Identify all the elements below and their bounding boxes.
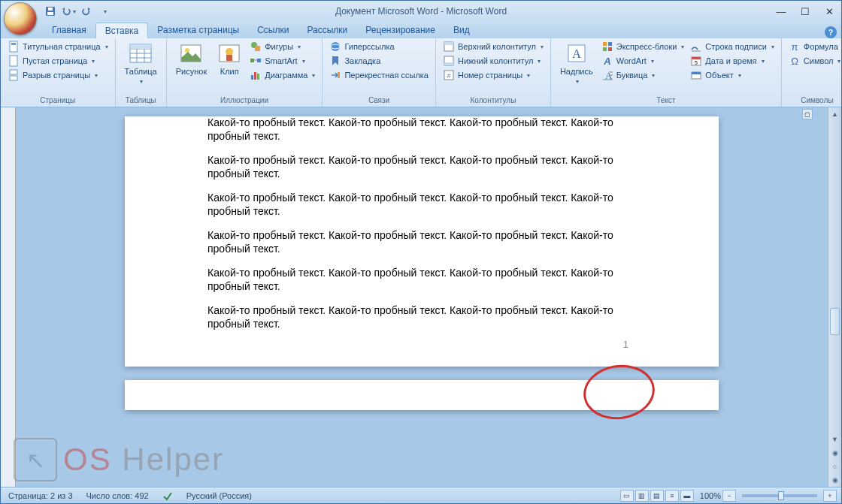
- next-page-icon[interactable]: ◉: [828, 473, 841, 487]
- group-illustrations: Рисунок Клип Фигуры▾SmartArt▾Диаграмма▾ …: [167, 38, 323, 107]
- tab-1[interactable]: Вставка: [95, 23, 149, 38]
- help-button[interactable]: ?: [825, 26, 837, 38]
- svg-point-16: [185, 48, 189, 53]
- ribbon-номер-страницы[interactable]: #Номер страницы▾: [441, 68, 546, 82]
- minimize-button[interactable]: —: [769, 4, 793, 19]
- svg-rect-5: [10, 56, 17, 66]
- ribbon-нижний-колонтитул[interactable]: Нижний колонтитул▾: [441, 54, 546, 68]
- maximize-button[interactable]: ☐: [793, 4, 817, 19]
- svg-rect-39: [603, 42, 607, 46]
- ribbon-smartart[interactable]: SmartArt▾: [247, 54, 317, 68]
- titlebar: ▾ ▾ Документ Microsoft Word - Microsoft …: [1, 1, 841, 22]
- ribbon-фигуры[interactable]: Фигуры▾: [247, 40, 317, 53]
- ribbon-закладка[interactable]: Закладка: [327, 54, 431, 68]
- status-language[interactable]: Русский (Россия): [183, 491, 255, 500]
- ribbon-пустая-страница[interactable]: Пустая страница▾: [5, 54, 111, 68]
- экспресс-блоки-icon: [601, 41, 613, 53]
- paragraph[interactable]: Какой-то пробный текст. Какой-то пробный…: [207, 116, 636, 143]
- svg-rect-23: [257, 59, 261, 62]
- view-full-reading[interactable]: ▥: [635, 490, 649, 502]
- status-proofing-icon[interactable]: [159, 490, 176, 501]
- status-words[interactable]: Число слов: 492: [83, 491, 152, 500]
- tab-2[interactable]: Разметка страницы: [148, 23, 248, 38]
- paragraph[interactable]: Какой-то пробный текст. Какой-то пробный…: [207, 229, 636, 255]
- close-button[interactable]: ✕: [817, 4, 841, 19]
- ribbon-перекрестная-ссылка[interactable]: Перекрестная ссылка: [327, 68, 431, 82]
- ribbon-верхний-колонтитул[interactable]: Верхний колонтитул▾: [441, 40, 546, 53]
- scroll-thumb[interactable]: [830, 308, 840, 335]
- ribbon-титульная-страница[interactable]: Титульная страница▾: [5, 40, 111, 53]
- paragraph[interactable]: Какой-то пробный текст. Какой-то пробный…: [207, 304, 636, 330]
- view-web-layout[interactable]: ▤: [650, 490, 664, 502]
- zoom-slider-thumb[interactable]: [778, 491, 784, 500]
- svg-rect-25: [251, 75, 253, 80]
- формула-icon: π: [789, 41, 801, 53]
- scroll-track[interactable]: [828, 121, 841, 433]
- закладка-icon: [329, 55, 341, 67]
- view-outline[interactable]: ≡: [665, 490, 679, 502]
- wordart-icon: A: [601, 55, 613, 67]
- group-headerfooter: Верхний колонтитул▾Нижний колонтитул▾#Но…: [436, 38, 551, 107]
- clipart-button[interactable]: Клип: [213, 40, 246, 77]
- ribbon-дата-и-время[interactable]: 5Дата и время▾: [688, 54, 776, 68]
- office-button[interactable]: [4, 2, 37, 35]
- document-page[interactable]: Какой-то пробный текст. Какой-то пробный…: [125, 116, 719, 367]
- ribbon-разрыв-страницы[interactable]: Разрыв страницы▾: [5, 68, 111, 82]
- view-draft[interactable]: ▬: [680, 490, 694, 502]
- ribbon-буквица[interactable]: AБуквица▾: [599, 68, 687, 82]
- ribbon-диаграмма[interactable]: Диаграмма▾: [247, 68, 317, 82]
- paragraph[interactable]: Какой-то пробный текст. Какой-то пробный…: [207, 154, 636, 180]
- ruler-toggle[interactable]: ▢: [802, 109, 813, 119]
- ribbon-экспресс-блоки[interactable]: Экспресс-блоки▾: [599, 40, 687, 53]
- svg-text:π: π: [791, 41, 798, 53]
- view-print-layout[interactable]: ▭: [620, 490, 634, 502]
- paragraph[interactable]: Какой-то пробный текст. Какой-то пробный…: [207, 192, 636, 218]
- tab-3[interactable]: Ссылки: [248, 23, 298, 38]
- scroll-up-icon[interactable]: ▲: [828, 107, 841, 121]
- browse-object-icon[interactable]: ○: [828, 460, 841, 473]
- redo-icon[interactable]: [79, 4, 94, 19]
- объект-icon: [690, 69, 702, 81]
- group-text: A Надпись▾ Экспресс-блоки▾AWordArt▾AБукв…: [551, 38, 782, 107]
- document-page-next[interactable]: [125, 380, 719, 410]
- scroll-down-icon[interactable]: ▼: [828, 433, 841, 446]
- ribbon-формула[interactable]: πФормула▾: [786, 40, 842, 53]
- svg-rect-41: [603, 47, 607, 51]
- textbox-button[interactable]: A Надпись▾: [556, 40, 598, 86]
- undo-icon[interactable]: ▾: [61, 4, 76, 19]
- верхний-колонтитул-icon: [443, 41, 455, 53]
- ribbon-гиперссылка[interactable]: Гиперссылка: [327, 40, 431, 53]
- ribbon-wordart[interactable]: AWordArt▾: [599, 54, 687, 68]
- номер-страницы-icon: #: [443, 69, 455, 81]
- page-viewport[interactable]: ▢ Какой-то пробный текст. Какой-то пробн…: [16, 107, 828, 487]
- ribbon-символ[interactable]: ΩСимвол▾: [786, 54, 842, 68]
- ribbon-строка-подписи[interactable]: Строка подписи▾: [688, 40, 776, 53]
- tab-6[interactable]: Вид: [444, 23, 479, 38]
- разрыв-страницы-icon: [8, 69, 20, 81]
- status-page[interactable]: Страница: 2 из 3: [5, 491, 76, 500]
- vertical-ruler: [1, 107, 16, 487]
- svg-rect-27: [257, 74, 259, 80]
- picture-button[interactable]: Рисунок: [171, 40, 212, 77]
- qat-customize-icon[interactable]: ▾: [97, 4, 112, 19]
- vertical-scrollbar[interactable]: ▲ ▼ ◉ ○ ◉: [828, 107, 841, 487]
- svg-rect-22: [250, 59, 254, 62]
- paragraph[interactable]: Какой-то пробный текст. Какой-то пробный…: [207, 267, 636, 293]
- дата-и-время-icon: 5: [690, 55, 702, 67]
- tab-0[interactable]: Главная: [43, 23, 95, 38]
- zoom-out-button[interactable]: −: [722, 490, 736, 502]
- диаграмма-icon: [250, 69, 262, 81]
- zoom-level[interactable]: 100%: [700, 491, 721, 500]
- zoom-slider[interactable]: [742, 494, 817, 497]
- table-button[interactable]: Таблица▾: [120, 40, 162, 86]
- tab-5[interactable]: Рецензирование: [356, 23, 444, 38]
- tab-4[interactable]: Рассылки: [298, 23, 356, 38]
- prev-page-icon[interactable]: ◉: [828, 446, 841, 460]
- svg-point-18: [226, 48, 233, 56]
- строка-подписи-icon: [690, 41, 702, 53]
- save-icon[interactable]: [43, 4, 58, 19]
- zoom-in-button[interactable]: +: [823, 490, 837, 502]
- svg-rect-14: [130, 44, 151, 49]
- ribbon-объект[interactable]: Объект▾: [688, 68, 776, 82]
- svg-point-28: [331, 42, 340, 51]
